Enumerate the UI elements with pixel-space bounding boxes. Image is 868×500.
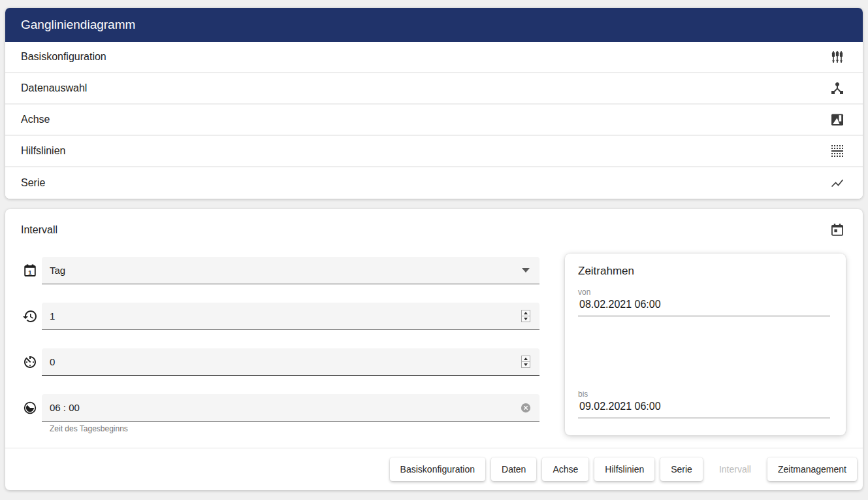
number-stepper[interactable] [521, 310, 530, 322]
node-hub-icon [829, 80, 845, 96]
section-datenauswahl[interactable]: Datenauswahl [5, 73, 863, 105]
calendar-1-icon: 1 [22, 263, 38, 278]
intervall-content: 1 Tag 1 [5, 237, 863, 448]
interval-count-value: 1 [50, 310, 55, 322]
section-serie[interactable]: Serie [5, 167, 863, 199]
zeitrahmen-title: Zeitrahmen [578, 265, 830, 278]
bis-input[interactable]: 09.02.2021 06:00 [578, 399, 830, 418]
stepper-up-icon[interactable] [522, 310, 530, 316]
serie-button[interactable]: Serie [660, 458, 703, 481]
day-start-time-input[interactable]: 06 : 00 [42, 394, 539, 422]
gridlines-icon [829, 143, 845, 159]
bis-label: bis [578, 390, 830, 399]
line-chart-icon [829, 175, 845, 191]
stepper-down-icon[interactable] [522, 316, 530, 322]
section-label: Basiskonfiguration [21, 51, 106, 63]
daten-button[interactable]: Daten [491, 458, 536, 481]
stepper-down-icon[interactable] [522, 362, 530, 367]
interval-unit-value: Tag [50, 265, 65, 276]
app-header: Gangliniendiagramm [5, 8, 863, 42]
interval-offset-row: 0 [22, 348, 539, 376]
basiskonfiguration-button[interactable]: Basiskonfiguration [390, 458, 485, 481]
von-label: von [578, 288, 830, 297]
intervall-button-disabled: Intervall [709, 458, 762, 481]
interval-count-row: 1 [22, 303, 539, 330]
section-label: Achse [21, 114, 50, 125]
intervall-panel: Intervall [5, 209, 863, 490]
configuration-panel: Gangliniendiagramm Basiskonfiguration Da… [5, 8, 863, 199]
section-basiskonfiguration[interactable]: Basiskonfiguration [5, 42, 863, 73]
interval-unit-select[interactable]: Tag [42, 257, 539, 284]
zeitmanagement-button[interactable]: Zeitmanagement [767, 458, 857, 481]
svg-text:1: 1 [28, 269, 32, 276]
interval-form: 1 Tag 1 [22, 257, 539, 433]
clear-icon[interactable] [520, 402, 532, 414]
page-title: Gangliniendiagramm [21, 18, 135, 32]
axis-image-icon [829, 112, 845, 127]
section-label: Datenauswahl [21, 82, 87, 94]
intervall-header: Intervall [5, 209, 863, 237]
history-icon [22, 308, 38, 324]
calendar-interval-icon [829, 222, 845, 238]
spacer [578, 316, 830, 380]
half-clock-icon [22, 400, 38, 416]
section-label: Serie [21, 177, 45, 189]
hilfslinien-button[interactable]: Hilfslinien [594, 458, 654, 481]
interval-count-input[interactable]: 1 [42, 303, 539, 330]
section-hilfslinien[interactable]: Hilfslinien [5, 136, 863, 167]
day-start-time-value: 06 : 00 [50, 402, 80, 413]
stepper-up-icon[interactable] [522, 356, 530, 362]
page: Gangliniendiagramm Basiskonfiguration Da… [0, 0, 868, 490]
interval-offset-input[interactable]: 0 [42, 348, 539, 376]
sliders-icon [829, 49, 845, 65]
timer-icon [22, 354, 38, 370]
section-label: Hilfslinien [21, 145, 65, 157]
section-achse[interactable]: Achse [5, 105, 863, 136]
achse-button[interactable]: Achse [542, 458, 588, 481]
day-start-helper: Zeit des Tagesbeginns [50, 424, 539, 433]
interval-unit-row: 1 Tag [22, 257, 539, 284]
footer-button-bar: Basiskonfiguration Daten Achse Hilfslini… [5, 448, 863, 490]
number-stepper[interactable] [521, 356, 530, 368]
chevron-down-icon [522, 268, 530, 273]
zeitrahmen-card: Zeitrahmen von 08.02.2021 06:00 bis 09.0… [565, 254, 846, 435]
von-input[interactable]: 08.02.2021 06:00 [578, 297, 830, 316]
interval-offset-value: 0 [50, 356, 55, 367]
intervall-title: Intervall [21, 224, 57, 236]
day-start-row: 06 : 00 [22, 394, 539, 422]
